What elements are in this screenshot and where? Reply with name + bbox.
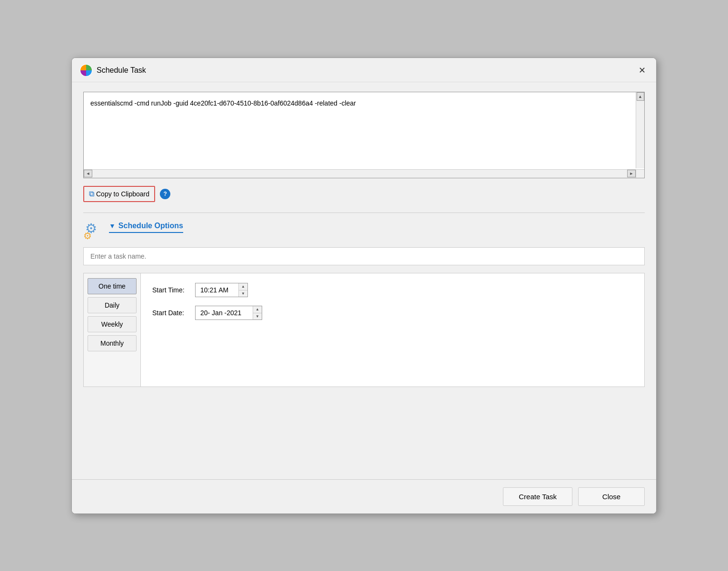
start-time-spin: ▲ ▼	[238, 283, 247, 297]
schedule-options-title: Schedule Options	[118, 222, 183, 230]
schedule-types: One time Daily Weekly Monthly	[84, 273, 141, 387]
section-title-row: ▼ Schedule Options	[109, 222, 183, 230]
start-time-row: Start Time: ▲ ▼	[152, 283, 633, 297]
dialog-footer: Create Task Close	[72, 479, 656, 513]
schedule-options-header: ⚙ ⚙ ▼ Schedule Options	[83, 221, 645, 242]
schedule-settings: Start Time: ▲ ▼ Start Date:	[141, 273, 644, 387]
scroll-left-arrow[interactable]: ◄	[84, 170, 92, 177]
type-weekly-button[interactable]: Weekly	[88, 316, 137, 332]
dialog-content: essentialscmd -cmd runJob -guid 4ce20fc1…	[72, 82, 656, 479]
section-title-area: ▼ Schedule Options	[109, 222, 183, 241]
start-date-down-button[interactable]: ▼	[253, 313, 262, 319]
command-area: essentialscmd -cmd runJob -guid 4ce20fc1…	[83, 92, 645, 178]
title-bar: Schedule Task ✕	[72, 58, 656, 82]
type-daily-button[interactable]: Daily	[88, 297, 137, 313]
schedule-task-dialog: Schedule Task ✕ essentialscmd -cmd runJo…	[71, 58, 657, 514]
gear-small-icon: ⚙	[83, 230, 92, 242]
start-date-row: Start Date: ▲ ▼	[152, 306, 633, 320]
app-icon	[79, 64, 93, 77]
start-date-up-button[interactable]: ▲	[253, 306, 262, 313]
title-bar-left: Schedule Task	[79, 64, 146, 77]
command-text[interactable]: essentialscmd -cmd runJob -guid 4ce20fc1…	[84, 92, 644, 178]
start-time-input[interactable]	[196, 284, 238, 296]
scrollbar-corner	[636, 169, 644, 178]
copy-button-label: Copy to Clipboard	[96, 190, 149, 198]
horizontal-scrollbar[interactable]: ◄ ►	[84, 169, 636, 178]
divider	[83, 213, 645, 213]
schedule-body: One time Daily Weekly Monthly Start Time…	[83, 273, 645, 387]
scroll-up-arrow[interactable]: ▲	[637, 92, 644, 101]
clipboard-row: ⧉ Copy to Clipboard ?	[83, 186, 645, 202]
start-date-spin: ▲ ▼	[253, 306, 262, 319]
task-name-input[interactable]	[83, 247, 645, 265]
start-date-label: Start Date:	[152, 309, 190, 317]
clipboard-icon: ⧉	[89, 190, 94, 198]
start-time-down-button[interactable]: ▼	[239, 290, 247, 297]
vertical-scrollbar[interactable]: ▲	[636, 92, 644, 168]
start-time-input-wrap: ▲ ▼	[195, 283, 248, 297]
start-date-input-wrap: ▲ ▼	[195, 306, 262, 320]
start-time-up-button[interactable]: ▲	[239, 283, 247, 290]
type-one-time-button[interactable]: One time	[88, 278, 137, 294]
start-time-label: Start Time:	[152, 286, 190, 294]
section-underline	[109, 232, 183, 233]
gear-icon-group: ⚙ ⚙	[83, 221, 104, 242]
scroll-right-arrow[interactable]: ►	[627, 170, 636, 177]
close-dialog-button[interactable]: Close	[578, 487, 645, 506]
type-monthly-button[interactable]: Monthly	[88, 335, 137, 351]
copy-to-clipboard-button[interactable]: ⧉ Copy to Clipboard	[83, 186, 155, 202]
help-button[interactable]: ?	[160, 189, 170, 199]
dialog-title: Schedule Task	[97, 66, 146, 75]
create-task-button[interactable]: Create Task	[503, 487, 572, 506]
start-date-input[interactable]	[196, 307, 253, 319]
close-title-button[interactable]: ✕	[635, 64, 649, 77]
collapse-arrow-icon[interactable]: ▼	[109, 222, 116, 230]
